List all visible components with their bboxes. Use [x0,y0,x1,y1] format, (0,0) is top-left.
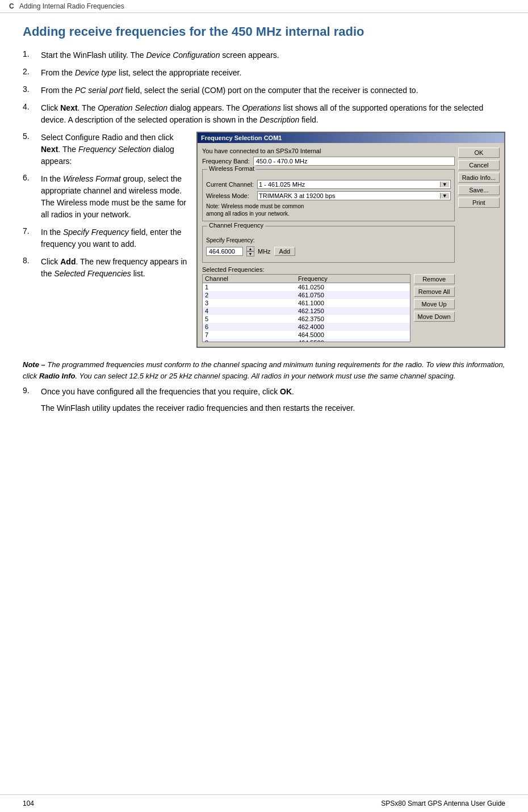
step-6: 6. In the Wireless Format group, select … [23,173,187,221]
step-8-add-bold: Add [60,257,76,266]
current-channel-value: 1 - 461.025 MHz [259,181,305,188]
cancel-button[interactable]: Cancel [458,160,500,170]
freq-table: Channel Frequency 1461.02502461.07503461… [203,275,410,342]
freq-row-4[interactable]: 4462.1250 [203,307,410,315]
note-paragraph: Note – The programmed frequencies must c… [23,359,505,381]
freq-row-6[interactable]: 6462.4000 [203,323,410,331]
step-8-content: Click Add. The new frequency appears in … [41,256,187,280]
step-1-num: 1. [23,49,41,61]
freq-input-row: ▲ ▼ MHz Add [206,246,451,256]
left-steps-col: 5. Select Configure Radio and then click… [23,132,187,348]
freq-row-3[interactable]: 3461.1000 [203,299,410,307]
freq-list[interactable]: Channel Frequency 1461.02502461.07503461… [202,274,410,342]
freq-row-value: 462.3750 [296,315,410,323]
dialog-title: Frequency Selection COM1 [201,134,282,141]
current-channel-label: Current Channel: [206,181,257,188]
freq-col-channel: Channel [203,275,296,283]
section-heading: Adding receive frequencies for the 450 M… [23,24,505,39]
freq-row-channel: 5 [203,315,296,323]
step-3-num: 3. [23,85,41,96]
step-6-content: In the Wireless Format group, select the… [41,173,187,221]
step-3-content: From the PC serial port field, select th… [41,85,505,96]
step-6-num: 6. [23,173,41,221]
wireless-format-inner: Current Channel: 1 - 461.025 MHz ▼ [206,180,451,217]
channel-freq-title: Channel Frequency [207,222,265,229]
step-2: 2. From the Device type list, select the… [23,67,505,79]
step-9: 9. Once you have configured all the freq… [23,386,505,398]
freq-selection-dialog: Frequency Selection COM1 You have connec… [196,132,505,348]
dialog-screenshot: Frequency Selection COM1 You have connec… [196,132,505,348]
freq-row-5[interactable]: 5462.3750 [203,315,410,323]
connected-row: You have connected to an SPSx70 Internal [202,148,455,154]
remove-all-button[interactable]: Remove All [414,287,455,297]
freq-unit: MHz [258,248,271,255]
freq-row-value: 462.1250 [296,307,410,315]
connected-label: You have connected to an SPSx70 Internal [202,148,321,154]
chapter-label: C Adding Internal Radio Frequencies [9,2,124,10]
step-6-italic: Wireless Format [63,174,121,183]
freq-row-value: 461.0250 [296,283,410,292]
freq-list-row: Channel Frequency 1461.02502461.07503461… [202,274,455,342]
radio-info-button[interactable]: Radio Info... [458,173,500,183]
freq-row-1[interactable]: 1461.0250 [203,283,410,292]
step-2-italic: Device type [75,68,116,77]
step-8-num: 8. [23,256,41,280]
top-header-bar: C Adding Internal Radio Frequencies [0,0,528,13]
step-2-num: 2. [23,67,41,79]
specify-freq-label: Specify Frequency: [206,237,451,244]
step-3-italic: PC serial port [75,86,123,95]
dialog-action-buttons: OK Cancel Radio Info... Save... Print [458,148,500,342]
freq-row-8[interactable]: 8464.5500 [203,339,410,342]
current-channel-combo[interactable]: 1 - 461.025 MHz ▼ [257,180,451,189]
current-channel-arrow: ▼ [440,182,449,187]
current-channel-row: Current Channel: 1 - 461.025 MHz ▼ [206,180,451,189]
selected-freq-label: Selected Frequencies: [202,266,455,273]
two-col-layout: 5. Select Configure Radio and then click… [23,132,505,348]
move-up-button[interactable]: Move Up [414,299,455,309]
step-4-italic3: Description [259,115,299,124]
wireless-mode-combo[interactable]: TRIMMARK 3 at 19200 bps ▼ [257,191,451,200]
step-1-italic: Device Configuration [146,51,220,60]
print-button[interactable]: Print [458,197,500,208]
wireless-mode-arrow: ▼ [440,193,449,199]
freq-row-7[interactable]: 7464.5000 [203,331,410,339]
freq-row-channel: 4 [203,307,296,315]
step-7: 7. In the Specify Frequency field, enter… [23,226,187,250]
step-9-content: Once you have configured all the frequen… [41,386,505,398]
guide-title: SPSx80 Smart GPS Antenna User Guide [381,800,505,807]
step-5: 5. Select Configure Radio and then click… [23,132,187,167]
selected-freq-section: Selected Frequencies: Channel [202,266,455,342]
page-number: 104 [23,800,34,807]
freq-spin-up[interactable]: ▲ [246,246,254,251]
wireless-mode-row: Wireless Mode: TRIMMARK 3 at 19200 bps ▼ [206,191,451,200]
wireless-mode-label: Wireless Mode: [206,192,257,199]
step-8-italic: Selected Frequencies [54,269,131,278]
freq-row-value: 462.4000 [296,323,410,331]
channel-freq-inner: Specify Frequency: ▲ ▼ MHz [206,237,451,256]
note-prefix: Note – [23,360,45,369]
save-button[interactable]: Save... [458,185,500,195]
freq-col-frequency: Frequency [296,275,410,283]
bottom-bar: 104 SPSx80 Smart GPS Antenna User Guide [0,794,528,812]
step-5-8-container: 5. Select Configure Radio and then click… [23,132,505,354]
step-9-num: 9. [23,386,41,398]
steps-list: 1. Start the WinFlash utility. The Devic… [23,49,505,354]
remove-button[interactable]: Remove [414,274,455,284]
step-4-content: Click Next. The Operation Selection dial… [41,102,505,126]
move-down-button[interactable]: Move Down [414,312,455,322]
step-1-content: Start the WinFlash utility. The Device C… [41,49,505,61]
step-4-num: 4. [23,102,41,126]
add-freq-button[interactable]: Add [274,247,296,256]
freq-row-value: 464.5000 [296,331,410,339]
freq-band-label: Frequency Band: [202,158,253,165]
freq-row-2[interactable]: 2461.0750 [203,291,410,299]
ok-button[interactable]: OK [458,148,500,158]
freq-band-value: 450.0 - 470.0 MHz [253,157,455,166]
wireless-note: Note: Wireless mode must be commonamong … [206,203,451,217]
freq-row-value: 464.5500 [296,339,410,342]
freq-spin-down[interactable]: ▼ [246,251,254,256]
step-1: 1. Start the WinFlash utility. The Devic… [23,49,505,61]
freq-input-field[interactable] [206,247,243,256]
freq-band-row: Frequency Band: 450.0 - 470.0 MHz [202,157,455,166]
step-9-note-content: The WinFlash utility updates the receive… [41,402,505,414]
